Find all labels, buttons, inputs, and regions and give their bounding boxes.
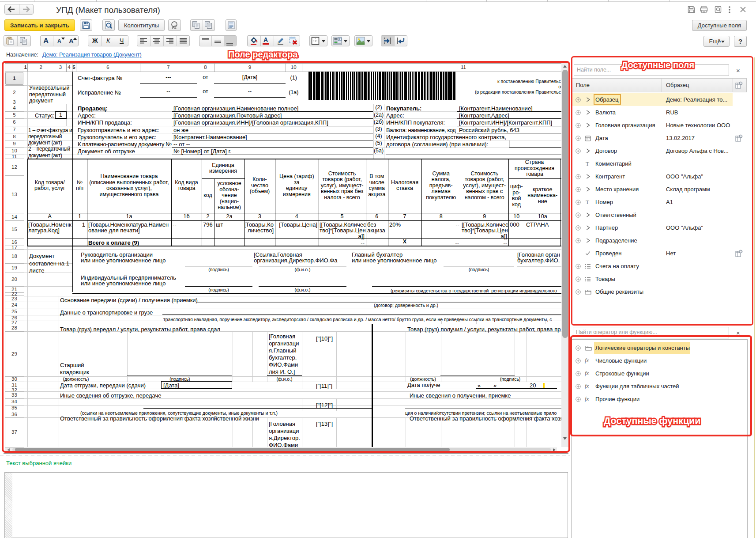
svg-text:R: R [339,38,341,41]
